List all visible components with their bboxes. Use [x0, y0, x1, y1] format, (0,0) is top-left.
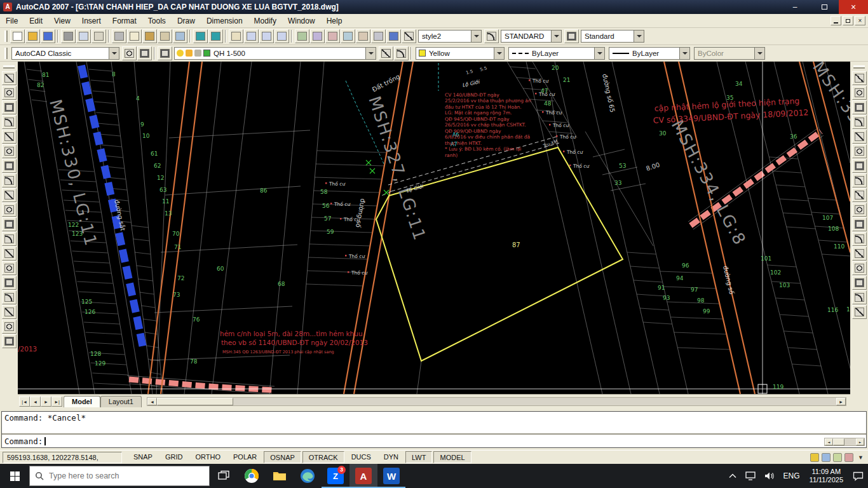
point-tool-button[interactable] — [2, 261, 17, 275]
taskbar-app-file-explorer[interactable] — [266, 464, 294, 488]
tool-palettes-button[interactable] — [325, 29, 340, 43]
copy-tool-button[interactable] — [852, 86, 867, 100]
hatch-tool-button[interactable] — [2, 276, 17, 290]
redo-button[interactable] — [208, 29, 223, 43]
pan-button[interactable] — [229, 29, 243, 43]
circle-tool-button[interactable] — [2, 159, 17, 173]
tab-model[interactable]: Model — [64, 396, 100, 407]
gradient-tool-button[interactable] — [2, 290, 17, 304]
rectangle-tool-button[interactable] — [2, 130, 17, 144]
rotate-tool-button[interactable] — [852, 159, 867, 173]
mdi-close-button[interactable]: × — [855, 16, 865, 25]
tray-language-button[interactable]: ENG — [779, 464, 804, 488]
combo-arrow-icon[interactable] — [365, 48, 376, 59]
menu-insert[interactable]: Insert — [76, 15, 107, 27]
first-tab-button[interactable]: |◄ — [19, 396, 30, 407]
markup-set-manager-button[interactable] — [356, 29, 370, 43]
properties-button[interactable] — [295, 29, 309, 43]
combo-arrow-icon[interactable] — [551, 30, 561, 42]
tray-network-button[interactable] — [741, 464, 760, 488]
plot-preview-button[interactable] — [76, 29, 91, 43]
menu-draw[interactable]: Draw — [172, 15, 201, 27]
selected-parcel-outline[interactable] — [376, 147, 623, 361]
status-toggle-snap[interactable]: SNAP — [128, 451, 158, 463]
open-button[interactable] — [25, 29, 40, 43]
status-toggle-lwt[interactable]: LWT — [405, 451, 432, 463]
menu-help[interactable]: Help — [321, 15, 348, 27]
line-tool-button[interactable] — [2, 71, 17, 85]
prev-tab-button[interactable]: ◄ — [30, 396, 41, 407]
plot-button[interactable] — [61, 29, 76, 43]
layer-lock-icon[interactable] — [194, 50, 201, 57]
layer-color-swatch[interactable] — [203, 50, 210, 57]
taskbar-app-zalo[interactable]: Z 3 — [322, 464, 349, 488]
taskbar-app-word[interactable]: W — [377, 464, 405, 488]
combo-arrow-icon[interactable] — [471, 30, 481, 42]
layer-properties-manager-button[interactable] — [158, 46, 172, 60]
designcenter-button[interactable] — [310, 29, 325, 43]
stretch-tool-button[interactable] — [852, 188, 867, 202]
polygon-tool-button[interactable] — [2, 115, 17, 129]
explode-tool-button[interactable] — [852, 305, 867, 319]
toolbar-grip[interactable] — [4, 48, 8, 59]
offset-tool-button[interactable] — [852, 115, 867, 129]
status-toggle-osnap[interactable]: OSNAP — [264, 451, 301, 463]
fillet-tool-button[interactable] — [852, 290, 867, 304]
command-history[interactable]: Command: *Cancel* — [2, 412, 866, 435]
mirror-tool-button[interactable] — [852, 100, 867, 114]
toolbar-lock-icon[interactable] — [810, 453, 819, 462]
table-style-button[interactable] — [564, 29, 579, 43]
qnew-button[interactable] — [10, 29, 25, 43]
notification-center-button[interactable] — [848, 464, 868, 488]
copy-button[interactable] — [127, 29, 142, 43]
array-tool-button[interactable] — [852, 130, 867, 144]
publish-button[interactable] — [92, 29, 106, 43]
dim-style-button[interactable] — [484, 29, 499, 43]
table-style-combo[interactable]: Standard — [581, 30, 644, 43]
ellipse-arc-tool-button[interactable] — [2, 217, 17, 231]
search-input[interactable] — [49, 471, 189, 480]
layer-on-bulb-icon[interactable] — [177, 50, 184, 57]
maximize-button[interactable] — [810, 0, 839, 14]
scroll-left-arrow[interactable]: ◄ — [825, 438, 833, 445]
layer-previous-button[interactable] — [394, 46, 409, 60]
tray-volume-button[interactable] — [760, 464, 779, 488]
save-button[interactable] — [41, 29, 55, 43]
linetype-combo[interactable]: ByLayer — [508, 47, 605, 60]
scroll-thumb[interactable] — [833, 438, 844, 445]
combo-arrow-icon[interactable] — [594, 48, 604, 59]
menu-tools[interactable]: Tools — [142, 15, 172, 27]
arc-tool-button[interactable] — [2, 144, 17, 158]
tab-layout1[interactable]: Layout1 — [100, 396, 142, 407]
help-button[interactable] — [386, 29, 401, 43]
join-tool-button[interactable] — [852, 261, 867, 275]
taskbar-search-box[interactable] — [29, 466, 210, 486]
chamfer-tool-button[interactable] — [852, 276, 867, 290]
horizontal-scrollbar[interactable]: ◄ ► — [147, 397, 846, 406]
move-tool-button[interactable] — [852, 144, 867, 158]
workspace-settings-button[interactable] — [122, 46, 137, 60]
table-tool-button[interactable] — [2, 320, 17, 334]
text-style-combo[interactable]: style2 — [418, 30, 482, 43]
multiline-text-tool-button[interactable] — [2, 334, 17, 348]
status-toggle-otrack[interactable]: OTRACK — [302, 451, 344, 463]
status-toggle-model[interactable]: MODEL — [433, 451, 471, 463]
combo-arrow-icon[interactable] — [679, 48, 689, 59]
text-style-button[interactable] — [402, 29, 416, 43]
status-toggle-dyn[interactable]: DYN — [378, 451, 404, 463]
menu-dimension[interactable]: Dimension — [201, 15, 248, 27]
insert-block-tool-button[interactable] — [2, 232, 17, 246]
tray-clock[interactable]: 11:09 AM 11/11/2025 — [804, 464, 848, 488]
communication-center-icon[interactable] — [822, 453, 831, 462]
menu-edit[interactable]: Edit — [24, 15, 48, 27]
break-tool-button[interactable] — [852, 247, 867, 261]
polyline-tool-button[interactable] — [2, 100, 17, 114]
mdi-minimize-button[interactable] — [831, 16, 841, 25]
extend-tool-button[interactable] — [852, 217, 867, 231]
make-object-layer-current-button[interactable] — [379, 46, 393, 60]
command-scrollbar[interactable]: ◄ ► — [824, 438, 865, 446]
toolbar-grip[interactable] — [853, 65, 865, 69]
block-editor-button[interactable] — [173, 29, 187, 43]
taskbar-app-autocad[interactable]: A — [349, 464, 377, 488]
save-workspace-button[interactable] — [137, 46, 152, 60]
